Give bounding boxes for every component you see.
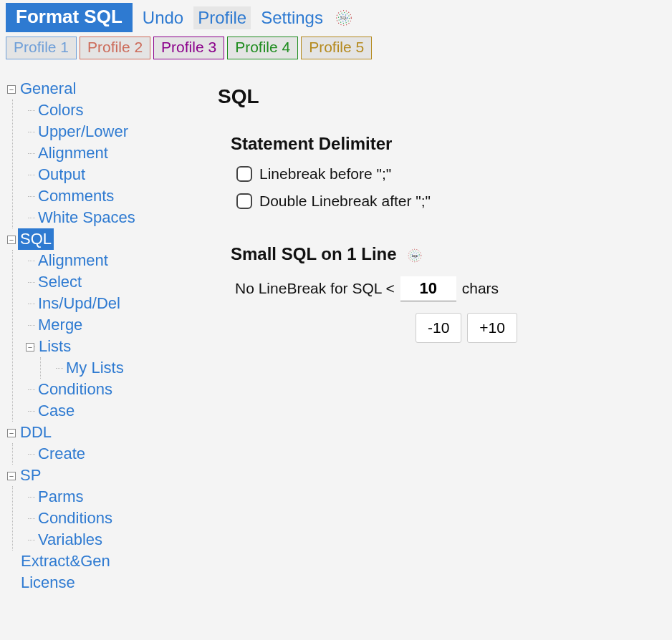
- checkbox-double-linebreak-after-label: Double Linebreak after ";": [259, 193, 431, 210]
- tree-node-extract-gen[interactable]: Extract&Gen: [19, 551, 112, 572]
- tree-node-sp[interactable]: SP: [18, 465, 43, 486]
- profile-tab-1[interactable]: Profile 1: [6, 37, 77, 59]
- tree-toggle-sql[interactable]: −: [7, 236, 16, 244]
- tree-node-variables[interactable]: Variables: [36, 529, 105, 551]
- tree-node-white-spaces[interactable]: White Spaces: [36, 207, 138, 228]
- checkbox-double-linebreak-after[interactable]: [236, 193, 252, 209]
- tree-toggle-ddl[interactable]: −: [7, 429, 16, 437]
- profile-tab-3[interactable]: Profile 3: [153, 37, 224, 59]
- panel-title: SQL: [218, 85, 655, 108]
- settings-link[interactable]: Settings: [256, 6, 327, 29]
- settings-panel: SQL Statement Delimiter Linebreak before…: [201, 65, 672, 636]
- tree-node-general[interactable]: General: [18, 78, 78, 100]
- tree-node-merge[interactable]: Merge: [36, 314, 85, 336]
- section-heading-delimiter: Statement Delimiter: [231, 134, 655, 154]
- tree-node-output[interactable]: Output: [36, 164, 87, 185]
- section-small-sql: Small SQL on 1 Line SQL No LineBreak for…: [231, 244, 655, 343]
- checkbox-linebreak-before-label: Linebreak before ";": [259, 165, 391, 183]
- decrement-button[interactable]: -10: [416, 313, 461, 343]
- checkbox-linebreak-before[interactable]: [236, 166, 252, 182]
- undo-link[interactable]: Undo: [138, 6, 188, 29]
- sql-logo-icon[interactable]: SQL: [333, 7, 355, 29]
- tree-node-ins-upd-del[interactable]: Ins/Upd/Del: [36, 293, 123, 314]
- profile-tab-2[interactable]: Profile 2: [80, 37, 150, 59]
- tree-node-colors[interactable]: Colors: [36, 100, 86, 121]
- settings-tree: −General Colors Upper/Lower Alignment Ou…: [0, 65, 201, 636]
- tree-toggle-sp[interactable]: −: [7, 472, 16, 480]
- tree-node-parms[interactable]: Parms: [36, 486, 86, 508]
- section-heading-small-sql: Small SQL on 1 Line SQL: [231, 244, 655, 265]
- tree-node-select[interactable]: Select: [36, 271, 84, 293]
- top-toolbar: Format SQL Undo Profile Settings SQL: [0, 0, 672, 37]
- profile-tabs: Profile 1 Profile 2 Profile 3 Profile 4 …: [0, 37, 672, 65]
- sql-logo-small-icon: SQL: [405, 246, 424, 265]
- tree-node-sql-alignment[interactable]: Alignment: [36, 250, 110, 271]
- format-sql-button[interactable]: Format SQL: [6, 3, 133, 32]
- tree-node-sp-conditions[interactable]: Conditions: [36, 508, 115, 529]
- profile-link[interactable]: Profile: [193, 6, 251, 29]
- tree-node-sql[interactable]: SQL: [18, 228, 54, 250]
- tree-node-case[interactable]: Case: [36, 400, 77, 422]
- svg-text:SQL: SQL: [412, 253, 418, 257]
- tree-node-sql-conditions[interactable]: Conditions: [36, 379, 115, 400]
- section-statement-delimiter: Statement Delimiter Linebreak before ";"…: [231, 134, 655, 210]
- no-linebreak-suffix: chars: [462, 280, 499, 297]
- tree-node-ddl[interactable]: DDL: [18, 422, 54, 443]
- tree-node-upper-lower[interactable]: Upper/Lower: [36, 121, 130, 142]
- profile-tab-5[interactable]: Profile 5: [301, 37, 372, 59]
- increment-button[interactable]: +10: [467, 313, 517, 343]
- tree-node-alignment-general[interactable]: Alignment: [36, 142, 110, 164]
- tree-node-license[interactable]: License: [19, 572, 77, 593]
- profile-tab-4[interactable]: Profile 4: [227, 37, 298, 59]
- tree-toggle-lists[interactable]: −: [26, 343, 34, 351]
- no-linebreak-chars-input[interactable]: [400, 276, 456, 301]
- no-linebreak-prefix: No LineBreak for SQL <: [235, 280, 395, 297]
- svg-text:SQL: SQL: [340, 16, 347, 19]
- tree-node-create[interactable]: Create: [36, 443, 87, 465]
- tree-node-lists[interactable]: Lists: [37, 336, 73, 357]
- tree-toggle-general[interactable]: −: [7, 85, 16, 94]
- tree-node-my-lists[interactable]: My Lists: [64, 357, 126, 379]
- tree-node-comments[interactable]: Comments: [36, 185, 116, 207]
